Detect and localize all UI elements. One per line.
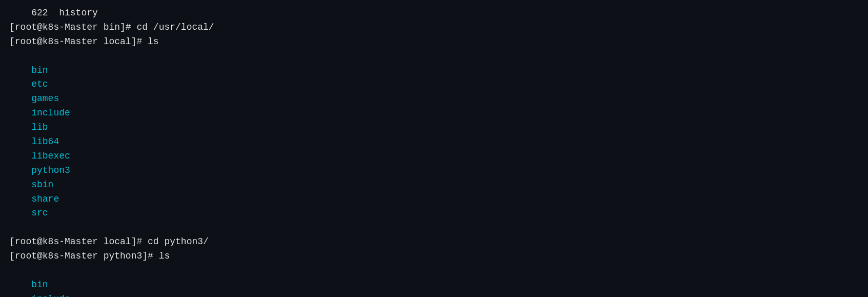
terminal-line: bin etc games include lib lib64 libexec … bbox=[9, 49, 859, 235]
ls-item: libexec bbox=[31, 151, 70, 161]
ls-item: share bbox=[31, 194, 59, 204]
ls-item: lib bbox=[31, 122, 48, 132]
ls-item: lib64 bbox=[31, 136, 59, 147]
ls-item: bin bbox=[31, 280, 48, 290]
terminal-line: bin include lib share bbox=[9, 264, 859, 297]
terminal: CSDN 622 history [root@k8s-Master bin]# … bbox=[0, 0, 868, 297]
ls-item: sbin bbox=[31, 180, 53, 190]
ls-item: include bbox=[31, 294, 70, 297]
ls-item: include bbox=[31, 108, 70, 118]
terminal-line: [root@k8s-Master local]# ls bbox=[9, 35, 859, 49]
terminal-line: [root@k8s-Master python3]# ls bbox=[9, 249, 859, 264]
terminal-line: [root@k8s-Master bin]# cd /usr/local/ bbox=[9, 21, 859, 35]
ls-item: python3 bbox=[31, 165, 70, 175]
ls-item: bin bbox=[31, 65, 48, 75]
ls-item: games bbox=[31, 93, 59, 104]
ls-item: etc bbox=[31, 79, 48, 89]
ls-item: src bbox=[31, 208, 48, 218]
terminal-line: 622 history bbox=[9, 6, 859, 21]
terminal-line: [root@k8s-Master local]# cd python3/ bbox=[9, 235, 859, 249]
